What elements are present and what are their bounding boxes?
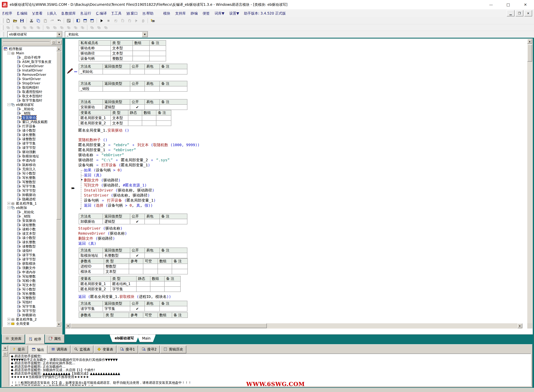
- code-line[interactable]: RemoveDriver (驱动名称): [78, 231, 521, 236]
- menu-item[interactable]: F.程序: [0, 11, 14, 15]
- tree-item[interactable]: 无痕注入: [3, 167, 56, 171]
- tree-item[interactable]: 强删文件: [3, 266, 56, 270]
- tree-item[interactable]: 写小数型: [3, 171, 56, 175]
- help-search-button[interactable]: ?: [149, 18, 156, 24]
- table-cell[interactable]: [172, 269, 188, 274]
- table-cell[interactable]: [145, 86, 160, 91]
- tree-item[interactable]: StopDriver: [3, 81, 56, 85]
- output-tab-变量表[interactable]: 变量表: [94, 345, 116, 353]
- table-cell[interactable]: 逻辑型: [103, 219, 130, 224]
- table-cell[interactable]: [143, 269, 158, 274]
- tree-item[interactable]: 写字节集: [3, 184, 56, 188]
- code-line[interactable]: 匿名局部变量_1 ＝ “ebDriver”: [78, 147, 521, 153]
- table-cell[interactable]: [133, 51, 149, 56]
- table-cell[interactable]: 整数型: [111, 56, 133, 61]
- menu-item[interactable]: E.编辑: [14, 11, 30, 15]
- tree-item[interactable]: 读长整数: [3, 133, 56, 137]
- tree-item[interactable]: _初始化: [3, 107, 56, 111]
- table-cell[interactable]: [164, 287, 181, 292]
- tree-item[interactable]: 鼠标移动: [3, 163, 56, 167]
- tree-item[interactable]: 写字节型: [3, 188, 56, 193]
- table-cell[interactable]: [158, 264, 172, 269]
- code-editor[interactable]: ▶▶ 私有成员名类 型数组备 注驱动名称文本型驱动路径文本型设备句柄整数型方法名…: [65, 38, 533, 335]
- table-cell[interactable]: [160, 69, 187, 74]
- scroll-up-icon[interactable]: ▲: [527, 39, 532, 44]
- tree-item[interactable]: 取字节集指针: [3, 98, 56, 103]
- mdi-restore-button[interactable]: ❐: [515, 10, 523, 16]
- scroll-left-icon[interactable]: ◀: [65, 323, 70, 328]
- table-cell[interactable]: [172, 264, 188, 269]
- menu-item[interactable]: 设置▼: [227, 11, 242, 15]
- tree-item[interactable]: e程序数据: [3, 47, 56, 51]
- tree-item[interactable]: 写长整数: [3, 291, 56, 296]
- tree-item[interactable]: 隐藏进程: [3, 197, 56, 201]
- tree-item[interactable]: 取文本型指针: [3, 94, 56, 98]
- tree-item[interactable]: ASM_取字节集长度: [3, 60, 56, 64]
- tree-item[interactable]: +匿名程序集_1: [3, 201, 56, 205]
- tree-item[interactable]: 写长整数: [3, 175, 56, 180]
- tree-expander-icon[interactable]: +: [7, 318, 10, 321]
- table-cell[interactable]: [143, 264, 158, 269]
- table-cell[interactable]: 文本型: [111, 46, 133, 51]
- code-line[interactable]: 返回 (匿名全局变量_1.获取模块 (进程ID, 模块名)): [78, 294, 521, 299]
- tree-item[interactable]: 取通用型指针: [3, 90, 56, 94]
- output-tab-输出[interactable]: 输出: [29, 345, 48, 354]
- minimize-button[interactable]: —: [482, 0, 500, 9]
- tree-item[interactable]: 读字节型: [3, 257, 56, 261]
- tree-item[interactable]: 写字节集: [3, 304, 56, 308]
- tree-item[interactable]: 窗口_内核反截图: [3, 120, 56, 124]
- tree-scrollbar[interactable]: ▲ ▼: [57, 46, 61, 327]
- undo-button[interactable]: [56, 18, 62, 24]
- tree-item[interactable]: 卸载驱动: [3, 193, 56, 197]
- mdi-close-button[interactable]: ✕: [524, 10, 532, 16]
- tree-item[interactable]: _销毁: [3, 111, 56, 115]
- table-cell[interactable]: [128, 115, 142, 121]
- table-cell[interactable]: [133, 46, 149, 51]
- run-button[interactable]: [98, 18, 105, 24]
- tree-item[interactable]: 写字节型: [3, 308, 56, 313]
- table-cell[interactable]: [129, 269, 143, 274]
- table-cell[interactable]: [164, 281, 181, 287]
- tree-item[interactable]: CreateDriver: [3, 64, 56, 68]
- menu-item[interactable]: 词库▼: [212, 11, 227, 15]
- layout-left-pane-button[interactable]: [75, 18, 82, 24]
- layout-split-pane-button[interactable]: [89, 18, 95, 24]
- table-cell[interactable]: 取模块地址: [79, 253, 103, 258]
- tree-item[interactable]: 写整数型: [3, 180, 56, 184]
- tree-item[interactable]: _初始化: [3, 210, 56, 214]
- scroll-up-icon[interactable]: ▲: [57, 46, 61, 51]
- mdi-minimize-button[interactable]: ▁: [507, 10, 515, 16]
- tree-item[interactable]: InstallDriver: [3, 68, 56, 72]
- tree-item[interactable]: _启动子程序: [3, 55, 56, 60]
- open-file-button[interactable]: [12, 18, 19, 24]
- table-cell[interactable]: [149, 51, 166, 56]
- table-cell[interactable]: [145, 69, 160, 74]
- tree-item[interactable]: 读字节型: [3, 145, 56, 150]
- code-line[interactable]: 如果 (设备句柄 > 0): [78, 168, 521, 173]
- code-line[interactable]: 匿名局部变量_2 ＝ “ebdrv” ＋ 到文本 (取随机数 (1000, 99…: [78, 142, 521, 147]
- table-cell[interactable]: [142, 115, 156, 121]
- table-cell[interactable]: [142, 121, 156, 126]
- table-cell[interactable]: 卸载驱动: [79, 219, 103, 224]
- table-cell[interactable]: [103, 86, 130, 91]
- table-cell[interactable]: [130, 69, 145, 74]
- table-cell[interactable]: 逻辑型: [103, 105, 130, 110]
- tree-item[interactable]: 获取模块: [3, 261, 56, 266]
- table-cell[interactable]: 驱动名称: [79, 46, 111, 51]
- tree-item[interactable]: 取结构指针: [3, 85, 56, 90]
- maximize-button[interactable]: □: [500, 0, 517, 9]
- panel-close-button[interactable]: ✕: [57, 40, 62, 45]
- layout-bottom-pane-button[interactable]: [82, 18, 89, 24]
- output-tab-搜寻1[interactable]: 搜寻1: [117, 345, 138, 353]
- scrollbar-thumb[interactable]: [527, 44, 532, 62]
- menu-item[interactable]: T.工具: [109, 11, 124, 15]
- menu-item[interactable]: H.帮助: [140, 11, 156, 15]
- table-cell[interactable]: ✔: [130, 306, 145, 311]
- editor-vertical-scrollbar[interactable]: ▲ ▼: [527, 39, 533, 329]
- tree-item[interactable]: 写短整数: [3, 274, 56, 279]
- table-cell[interactable]: 驱动路径: [79, 51, 111, 56]
- menu-item[interactable]: R.运行: [78, 11, 94, 15]
- code-line[interactable]: 设备句柄 ＝ 打开设备 (匿名局部变量_1): [78, 198, 521, 203]
- tree-item[interactable]: 读精小数: [3, 227, 56, 231]
- code-line[interactable]: StopDriver (驱动名称): [78, 226, 521, 231]
